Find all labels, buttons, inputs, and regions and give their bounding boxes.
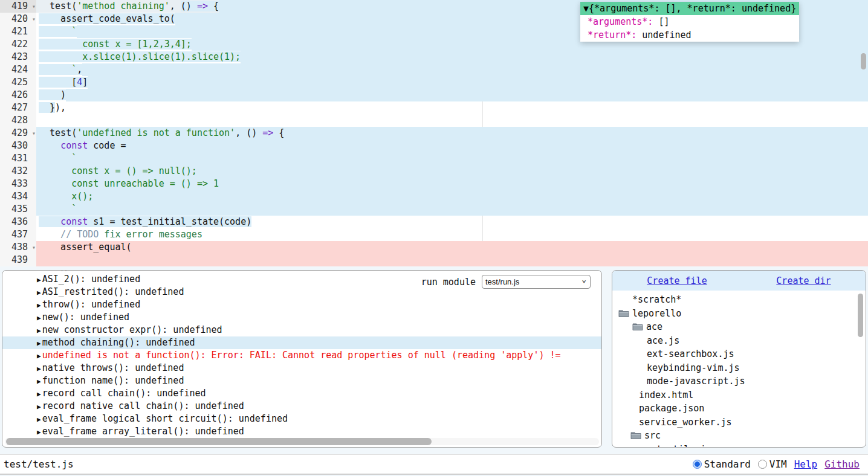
line-number[interactable]: 427 — [0, 101, 36, 114]
standard-radio[interactable] — [693, 460, 702, 469]
code-line[interactable]: const s1 = test_initial_state(code) — [0, 216, 868, 228]
code-line[interactable]: [4] — [0, 76, 868, 89]
inspector-row[interactable]: *arguments*: [] — [580, 15, 799, 28]
editor-vertical-scrollbar[interactable] — [861, 53, 866, 69]
code-line[interactable]: `, — [0, 63, 868, 76]
line-number[interactable]: 423 — [0, 51, 36, 63]
tree-file[interactable]: mode-javascript.js — [612, 375, 866, 388]
tree-folder[interactable]: ace — [612, 320, 866, 334]
line-number[interactable]: 437 — [0, 228, 36, 241]
line-number[interactable]: 422 — [0, 38, 36, 51]
test-result-item[interactable]: ▶new constructor expr(): undefined — [2, 324, 601, 336]
expand-icon[interactable]: ▶ — [37, 314, 41, 322]
line-number[interactable]: 428 — [0, 114, 36, 127]
code-line[interactable]: const x = () => null(); — [0, 165, 868, 178]
fold-toggle-icon[interactable]: ▾ — [32, 127, 36, 140]
code-line[interactable]: x(); — [0, 190, 868, 203]
expand-icon[interactable]: ▶ — [37, 365, 41, 373]
code-line[interactable]: ` — [0, 152, 868, 165]
line-number[interactable]: 421 — [0, 25, 36, 38]
test-result-item[interactable]: ▶undefined is not a function(): Error: F… — [2, 349, 601, 362]
line-number[interactable]: 434 — [0, 190, 36, 203]
line-number[interactable]: 430 — [0, 140, 36, 152]
line-number[interactable]: 438▾ — [0, 241, 36, 254]
expand-icon[interactable]: ▶ — [37, 339, 41, 347]
editor-gutter[interactable]: 419▾420▾421422423424425426427428429▾4304… — [0, 0, 36, 266]
tree-folder[interactable]: src — [612, 429, 866, 443]
line-number[interactable]: 433 — [0, 178, 36, 190]
code-line[interactable]: const code = — [0, 140, 868, 152]
test-result-item[interactable]: ▶method chaining(): undefined — [2, 336, 601, 349]
line-number[interactable]: 419▾ — [0, 0, 36, 13]
line-number[interactable]: 436 — [0, 216, 36, 228]
tree-file[interactable]: index.html — [612, 388, 866, 402]
inspector-summary[interactable]: ▼{*arguments*: [], *return*: undefined} — [580, 2, 799, 15]
module-select[interactable]: test/run.js — [482, 275, 591, 289]
results-horizontal-scrollbar-track[interactable] — [5, 438, 599, 445]
line-number[interactable]: 429▾ — [0, 127, 36, 140]
keybinding-vim-option[interactable]: VIM — [758, 458, 787, 470]
test-result-item[interactable]: ▶record call chain(): undefined — [2, 387, 601, 400]
code-line[interactable]: test('undefined is not a function', () =… — [0, 127, 868, 140]
line-number[interactable]: 431 — [0, 152, 36, 165]
results-horizontal-scrollbar-thumb[interactable] — [6, 438, 432, 445]
line-number[interactable]: 426 — [0, 89, 36, 101]
test-result-item[interactable]: ▶native throws(): undefined — [2, 362, 601, 375]
code-line[interactable]: x.slice(1).slice(1).slice(1); — [0, 51, 868, 63]
line-number[interactable]: 420▾ — [0, 13, 36, 25]
line-number[interactable]: 432 — [0, 165, 36, 178]
expand-icon[interactable]: ▶ — [37, 352, 41, 360]
code-line[interactable]: const unreachable = () => 1 — [0, 178, 868, 190]
tree-file[interactable]: package.json — [612, 402, 866, 416]
tree-file[interactable]: ext-searchbox.js — [612, 347, 866, 361]
expand-icon[interactable]: ▶ — [37, 416, 41, 423]
test-result-item[interactable]: ▶eval_frame logical short circuit(): und… — [2, 413, 601, 425]
code-line[interactable]: ) — [0, 89, 868, 101]
expand-icon[interactable]: ▶ — [37, 428, 41, 436]
tree-file[interactable]: ace.js — [612, 334, 866, 348]
inspector-row[interactable]: *return*: undefined — [580, 28, 799, 42]
expand-icon[interactable]: ▶ — [37, 270, 41, 271]
code-editor[interactable]: test('method chaining', () => { assert_c… — [0, 0, 868, 266]
fold-toggle-icon[interactable]: ▾ — [32, 241, 36, 254]
code-line[interactable]: assert_equal( — [0, 241, 868, 254]
vim-radio[interactable] — [758, 460, 767, 469]
value-inspector-popup[interactable]: ▼{*arguments*: [], *return*: undefined} … — [580, 2, 799, 42]
code-line[interactable]: // TODO fix error messages — [0, 228, 868, 241]
code-line[interactable] — [0, 114, 868, 127]
fold-toggle-icon[interactable]: ▾ — [32, 0, 36, 13]
code-token: test( — [39, 127, 77, 138]
create-file-link[interactable]: Create file — [647, 275, 707, 286]
line-number[interactable]: 439 — [0, 254, 36, 266]
create-dir-link[interactable]: Create dir — [776, 275, 831, 286]
line-number[interactable]: 424 — [0, 63, 36, 76]
test-result-item[interactable]: ▶function name(): undefined — [2, 375, 601, 387]
expand-icon[interactable]: ▶ — [37, 276, 41, 284]
expand-icon[interactable]: ▶ — [37, 301, 41, 309]
expand-icon[interactable]: ▶ — [37, 289, 41, 297]
github-link[interactable]: Github — [824, 458, 860, 470]
line-filler — [77, 203, 868, 216]
line-number[interactable]: 435 — [0, 203, 36, 216]
line-number[interactable]: 425 — [0, 76, 36, 89]
test-result-item[interactable]: ▶eval_frame array_literal(): undefined — [2, 425, 601, 438]
code-line[interactable] — [0, 254, 868, 266]
code-line[interactable]: ` — [0, 203, 868, 216]
tree-file[interactable]: keybinding-vim.js — [612, 361, 866, 375]
expand-icon[interactable]: ▶ — [37, 327, 41, 335]
tree-folder[interactable]: leporello — [612, 307, 866, 321]
tree-file[interactable]: service_worker.js — [612, 416, 866, 429]
file-tree-scrollbar[interactable] — [858, 294, 863, 337]
code-line[interactable]: }), — [0, 101, 868, 114]
tree-file[interactable]: *scratch* — [612, 293, 866, 307]
keybinding-standard-option[interactable]: Standard — [693, 458, 751, 470]
expand-icon[interactable]: ▶ — [37, 403, 41, 411]
help-link[interactable]: Help — [794, 458, 818, 470]
tree-file[interactable]: ast_utils.js — [612, 443, 866, 448]
test-result-item[interactable]: ▶new(): undefined — [2, 311, 601, 324]
fold-toggle-icon[interactable]: ▾ — [32, 13, 36, 25]
test-result-item[interactable]: ▶record native call chain(): undefined — [2, 400, 601, 413]
expand-icon[interactable]: ▶ — [37, 390, 41, 398]
test-result-item[interactable]: ▶throw(): undefined — [2, 298, 601, 311]
expand-icon[interactable]: ▶ — [37, 378, 41, 385]
